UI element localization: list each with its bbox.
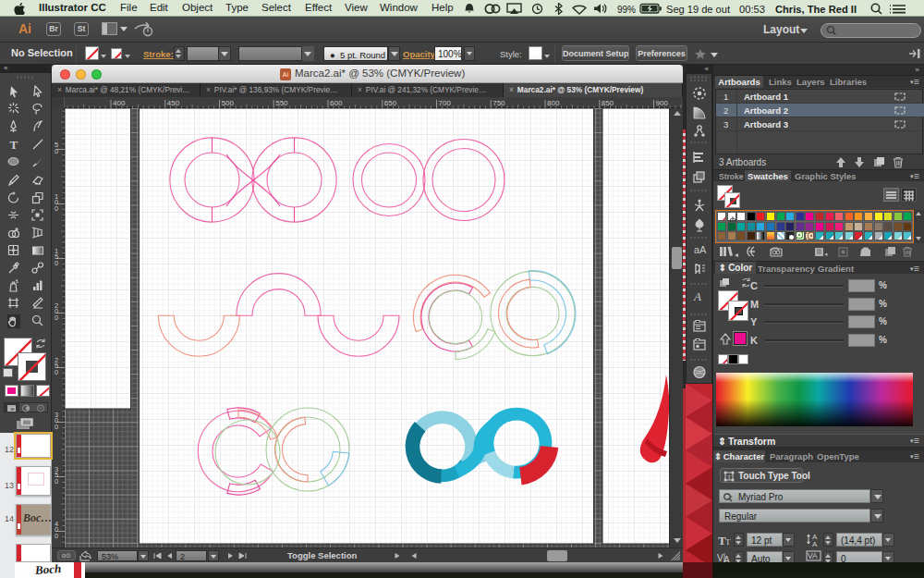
svg-text:A: A [693,289,701,303]
svg-text:аA: аA [694,244,707,255]
svg-text:700: 700 [439,99,452,107]
svg-text:400: 400 [113,99,126,107]
svg-text:0: 0 [55,423,58,431]
svg-text:T: T [727,473,732,481]
svg-text:450: 450 [167,99,180,107]
svg-text:0: 0 [55,532,58,540]
svg-text:A: A [812,540,818,547]
svg-text:0: 0 [55,259,58,267]
svg-text:Seg 19 de out: Seg 19 de out [666,4,731,15]
svg-text:0: 0 [55,368,58,376]
svg-text:750: 750 [492,99,505,107]
svg-text:0: 0 [55,147,58,155]
svg-text:99%: 99% [617,4,636,15]
svg-text:550: 550 [275,99,288,107]
svg-text:500: 500 [222,99,235,107]
svg-text:600: 600 [330,99,343,107]
svg-text:Chris, The Red II: Chris, The Red II [775,4,857,15]
svg-text:VA: VA [808,551,818,560]
svg-text:T: T [725,537,731,547]
svg-text:T: T [10,138,18,151]
svg-text:00:53: 00:53 [739,4,765,15]
svg-text:0: 0 [55,314,58,322]
svg-text:650: 650 [384,99,397,107]
svg-text:900: 900 [656,99,669,107]
svg-text:850: 850 [602,99,614,107]
svg-text:0: 0 [55,477,58,486]
svg-text:800: 800 [547,99,560,107]
svg-text:0: 0 [55,204,58,213]
